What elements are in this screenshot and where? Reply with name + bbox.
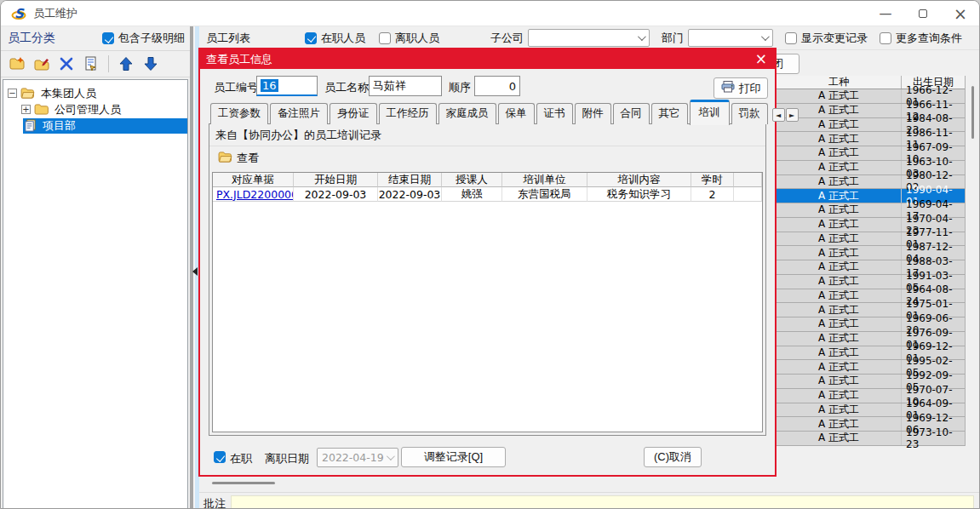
- training-table: 对应单据开始日期结束日期授课人培训单位培训内容学时 PX.JLD22000000…: [212, 172, 763, 432]
- jobtype-cell: A 正式工: [777, 89, 902, 103]
- printer-icon: [721, 81, 735, 95]
- maximize-icon: [919, 9, 927, 18]
- close-button[interactable]: ×: [942, 1, 979, 26]
- move-down-icon[interactable]: [142, 55, 159, 72]
- maximize-button[interactable]: [904, 1, 942, 26]
- dialog-title: 查看员工信息: [206, 52, 272, 67]
- resign-date-select[interactable]: 2022-04-19: [317, 448, 398, 467]
- training-row[interactable]: PX.JLD2200000022022-09-032022-09-03姚强东营国…: [213, 187, 762, 202]
- more-filters-checkbox[interactable]: [880, 32, 891, 44]
- comment-field[interactable]: [231, 495, 974, 509]
- training-column-header[interactable]: [734, 173, 762, 187]
- training-column-header[interactable]: 结束日期: [378, 173, 442, 187]
- training-column-header[interactable]: 培训单位: [502, 173, 587, 187]
- active-employees-checkbox[interactable]: [305, 32, 317, 44]
- birthdate-cell: 1973-10-23: [902, 432, 965, 445]
- jobtype-cell: A 正式工: [777, 260, 902, 274]
- tab-工资参数[interactable]: 工资参数: [210, 103, 268, 124]
- print-label: 打印: [739, 81, 761, 96]
- training-column-header[interactable]: 授课人: [442, 173, 502, 187]
- training-column-header[interactable]: 对应单据: [213, 173, 294, 187]
- training-column-header[interactable]: 培训内容: [587, 173, 691, 187]
- adjust-record-button[interactable]: 调整记录[Q]: [401, 447, 506, 467]
- vertical-scrollbar[interactable]: [971, 86, 974, 139]
- training-cell: 税务知识学习: [587, 187, 691, 202]
- resigned-employees-checkbox[interactable]: [379, 32, 391, 44]
- jobtype-cell: A 正式工: [777, 232, 902, 246]
- employee-row[interactable]: A 正式工1973-10-23: [777, 432, 965, 446]
- chevron-down-icon: [761, 32, 770, 41]
- dialog-close-icon[interactable]: ×: [755, 52, 767, 66]
- training-cell: 2022-09-03: [378, 187, 442, 202]
- column-header-jobtype[interactable]: 工种: [777, 76, 902, 89]
- view-record-button[interactable]: 查看: [215, 149, 262, 168]
- jobtype-cell: A 正式工: [777, 289, 902, 303]
- move-up-icon[interactable]: [117, 55, 135, 72]
- employee-no-input[interactable]: 16: [256, 76, 318, 96]
- jobtype-cell: A 正式工: [777, 146, 902, 160]
- employee-name-label: 员工名称*: [324, 80, 375, 95]
- view-record-label: 查看: [237, 151, 259, 166]
- training-cell: 姚强: [442, 187, 502, 202]
- tab-身份证[interactable]: 身份证: [330, 103, 377, 124]
- sidebar: 员工分类 包含子级明细: [1, 26, 190, 509]
- tab-其它[interactable]: 其它: [651, 103, 688, 124]
- collapse-expander-icon[interactable]: −: [8, 89, 17, 98]
- dialog-footer: 在职 离职日期 2022-04-19 调整记录[Q] (C)取消: [200, 447, 775, 469]
- comment-bar: 批注: [199, 492, 979, 508]
- minimize-button[interactable]: —: [867, 1, 904, 26]
- tree-item-management[interactable]: + 公司管理人员: [3, 101, 187, 117]
- department-select[interactable]: [688, 29, 773, 47]
- training-doc-link[interactable]: PX.JLD220000002: [213, 187, 294, 202]
- employee-name-input[interactable]: 马茹祥: [369, 76, 442, 96]
- include-children-checkbox[interactable]: [102, 32, 114, 44]
- folder-icon: [34, 104, 49, 115]
- resign-date-label: 离职日期: [265, 451, 309, 466]
- subsidiary-select[interactable]: [528, 29, 650, 47]
- active-employees-label: 在职人员: [321, 31, 365, 46]
- tab-合同[interactable]: 合同: [613, 103, 650, 124]
- jobtype-cell: A 正式工: [777, 417, 902, 431]
- move-record-icon[interactable]: [83, 55, 100, 72]
- jobtype-cell: A 正式工: [777, 317, 902, 331]
- cancel-button[interactable]: (C)取消: [644, 447, 702, 467]
- training-column-header[interactable]: 开始日期: [294, 173, 378, 187]
- print-button[interactable]: 打印: [714, 77, 768, 99]
- order-input[interactable]: 0: [474, 76, 520, 96]
- collapse-panel-icon[interactable]: [192, 267, 198, 276]
- tab-保单[interactable]: 保单: [498, 103, 535, 124]
- new-category-icon[interactable]: [9, 55, 26, 72]
- tree-item-group[interactable]: − 本集团人员: [3, 85, 187, 101]
- tab-备注照片[interactable]: 备注照片: [270, 103, 328, 124]
- edit-category-icon[interactable]: [33, 55, 50, 72]
- tab-罚款[interactable]: 罚款: [731, 103, 768, 124]
- employee-list-label: 员工列表: [206, 31, 250, 46]
- horizontal-scrollbar[interactable]: [212, 482, 275, 484]
- resigned-employees-label: 离职人员: [395, 31, 439, 46]
- delete-category-icon[interactable]: [58, 55, 75, 72]
- tree-item-label: 本集团人员: [38, 85, 99, 102]
- tab-证书[interactable]: 证书: [536, 103, 573, 124]
- tab-家庭成员[interactable]: 家庭成员: [438, 103, 496, 124]
- show-changes-checkbox[interactable]: [785, 32, 797, 44]
- tab-附件[interactable]: 附件: [575, 103, 611, 124]
- order-label: 顺序: [449, 80, 471, 95]
- jobtype-cell: A 正式工: [777, 303, 902, 317]
- jobtype-cell: A 正式工: [777, 132, 902, 146]
- app-logo-icon: S: [11, 6, 26, 21]
- jobtype-cell: A 正式工: [777, 346, 902, 360]
- expand-expander-icon[interactable]: +: [21, 105, 31, 114]
- more-filters-label: 更多查询条件: [896, 31, 962, 46]
- jobtype-cell: A 正式工: [777, 403, 902, 417]
- tab-工作经历[interactable]: 工作经历: [379, 103, 437, 124]
- tab-培训[interactable]: 培训: [690, 100, 730, 125]
- tree-item-label: 项目部: [40, 117, 78, 134]
- training-column-header[interactable]: 学时: [691, 173, 734, 187]
- employed-checkbox[interactable]: [214, 451, 226, 463]
- training-table-header: 对应单据开始日期结束日期授课人培训单位培训内容学时: [213, 173, 762, 187]
- training-cell: [734, 187, 762, 202]
- tab-scroll-right-icon[interactable]: ►: [786, 108, 799, 122]
- tab-scroll-left-icon[interactable]: ◄: [772, 108, 785, 122]
- tree-item-project[interactable]: 项目部: [3, 117, 187, 134]
- jobtype-cell: A 正式工: [777, 332, 902, 346]
